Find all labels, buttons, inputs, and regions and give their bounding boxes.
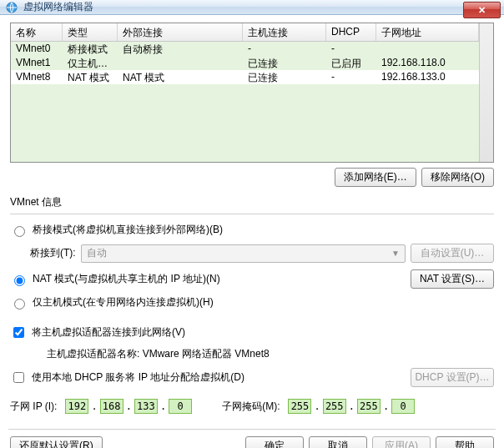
- cell-name: VMnet0: [11, 42, 63, 56]
- table-row[interactable]: VMnet0桥接模式自动桥接--: [11, 42, 479, 56]
- mask-octet[interactable]: 255: [323, 399, 346, 414]
- subnet-ip-input[interactable]: 192. 168. 133. 0: [62, 397, 195, 415]
- cell-type: 桥接模式: [63, 42, 118, 56]
- radio-hostonly-label: 仅主机模式(在专用网络内连接虚拟机)(H): [33, 295, 214, 310]
- help-button[interactable]: 帮助: [436, 436, 494, 448]
- chevron-down-icon: ▼: [391, 249, 400, 258]
- checkbox-use-dhcp[interactable]: [13, 372, 24, 383]
- titlebar: 虚拟网络编辑器 ✕: [0, 0, 504, 15]
- radio-hostonly[interactable]: [14, 299, 25, 310]
- window: 虚拟网络编辑器 ✕ 名称 类型 外部连接 主机连接 DHCP 子网地址 VMne…: [0, 0, 504, 448]
- window-title: 虚拟网络编辑器: [23, 0, 93, 14]
- auto-settings-button[interactable]: 自动设置(U)…: [411, 244, 494, 263]
- bridge-to-label: 桥接到(T):: [30, 246, 76, 260]
- bridge-to-value: 自动: [87, 246, 107, 260]
- th-ext[interactable]: 外部连接: [118, 23, 243, 41]
- bridge-to-select[interactable]: 自动 ▼: [81, 244, 406, 263]
- dhcp-settings-button[interactable]: DHCP 设置(P)…: [411, 368, 494, 387]
- th-dhcp[interactable]: DHCP: [326, 23, 376, 41]
- checkbox-connect-adapter[interactable]: [13, 327, 24, 338]
- cell-name: VMnet8: [11, 70, 63, 84]
- table-body: VMnet0桥接模式自动桥接--VMnet1仅主机…已连接已启用192.168.…: [11, 42, 479, 162]
- radio-bridged-label: 桥接模式(将虚拟机直接连接到外部网络)(B): [33, 223, 223, 237]
- subnet-ip-label: 子网 IP (I):: [10, 400, 57, 414]
- th-subnet[interactable]: 子网地址: [376, 23, 479, 41]
- table-row[interactable]: VMnet8NAT 模式NAT 模式已连接-192.168.133.0: [11, 70, 479, 84]
- subnet-mask-input[interactable]: 255. 255. 255. 0: [285, 397, 418, 415]
- ok-button[interactable]: 确定: [245, 436, 304, 448]
- ip-octet[interactable]: 0: [169, 399, 192, 414]
- ip-octet[interactable]: 168: [100, 399, 123, 414]
- cell-dhcp: -: [326, 42, 376, 56]
- cell-host: 已连接: [243, 56, 326, 70]
- th-name[interactable]: 名称: [11, 23, 63, 41]
- close-button[interactable]: ✕: [463, 2, 501, 18]
- table-row[interactable]: VMnet1仅主机…已连接已启用192.168.118.0: [11, 56, 479, 70]
- checkbox-use-dhcp-label: 使用本地 DHCP 服务将 IP 地址分配给虚拟机(D): [32, 370, 244, 385]
- vmnet-info-label: VMnet 信息: [10, 195, 494, 209]
- th-host[interactable]: 主机连接: [243, 23, 326, 41]
- cell-host: 已连接: [243, 70, 326, 84]
- restore-defaults-button[interactable]: 还原默认设置(R): [10, 436, 103, 448]
- cell-dhcp: -: [326, 70, 376, 84]
- cell-ext: 自动桥接: [118, 42, 243, 56]
- table-header: 名称 类型 外部连接 主机连接 DHCP 子网地址: [11, 23, 479, 42]
- nat-settings-button[interactable]: NAT 设置(S)…: [411, 269, 494, 289]
- cell-dhcp: 已启用: [326, 56, 376, 70]
- ip-octet[interactable]: 133: [134, 399, 158, 414]
- app-icon: [5, 1, 18, 14]
- table-scrollbar[interactable]: [479, 23, 493, 162]
- add-network-button[interactable]: 添加网络(E)…: [335, 168, 416, 187]
- ip-octet[interactable]: 192: [65, 399, 88, 414]
- cell-type: NAT 模式: [63, 70, 118, 84]
- cell-ext: NAT 模式: [118, 70, 243, 84]
- dialog-footer: 还原默认设置(R) 确定 取消 应用(A) 帮助: [10, 436, 494, 448]
- radio-nat[interactable]: [14, 275, 25, 286]
- cell-type: 仅主机…: [63, 56, 118, 70]
- mask-octet[interactable]: 0: [391, 399, 415, 414]
- divider: [10, 214, 494, 214]
- network-table: 名称 类型 外部连接 主机连接 DHCP 子网地址 VMnet0桥接模式自动桥接…: [10, 23, 494, 163]
- cell-subnet: 192.168.118.0: [376, 56, 479, 70]
- cell-host: -: [243, 42, 326, 56]
- mask-octet[interactable]: 255: [288, 399, 311, 414]
- radio-nat-label: NAT 模式(与虚拟机共享主机的 IP 地址)(N): [33, 272, 220, 286]
- cancel-button[interactable]: 取消: [309, 436, 367, 448]
- close-icon: ✕: [478, 5, 486, 16]
- th-type[interactable]: 类型: [63, 23, 118, 41]
- subnet-mask-label: 子网掩码(M):: [222, 400, 280, 414]
- checkbox-connect-adapter-label: 将主机虚拟适配器连接到此网络(V): [32, 325, 185, 340]
- remove-network-button[interactable]: 移除网络(O): [421, 168, 494, 187]
- cell-subnet: [376, 42, 479, 56]
- mask-octet[interactable]: 255: [357, 399, 381, 414]
- divider: [8, 429, 496, 430]
- radio-bridged[interactable]: [14, 226, 25, 237]
- adapter-name-text: 主机虚拟适配器名称: VMware 网络适配器 VMnet8: [47, 347, 494, 361]
- cell-ext: [118, 56, 243, 70]
- client-area: 名称 类型 外部连接 主机连接 DHCP 子网地址 VMnet0桥接模式自动桥接…: [0, 15, 504, 448]
- cell-subnet: 192.168.133.0: [376, 70, 479, 84]
- apply-button[interactable]: 应用(A): [372, 436, 431, 448]
- cell-name: VMnet1: [11, 56, 63, 70]
